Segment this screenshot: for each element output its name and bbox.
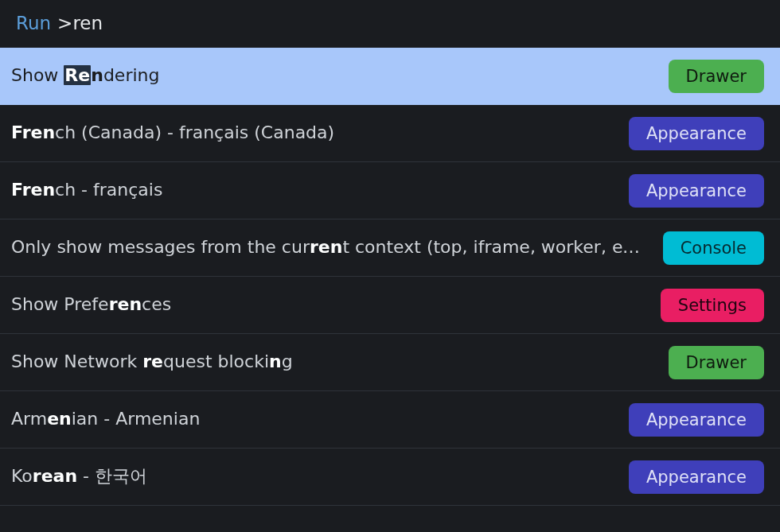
prompt-symbol: > <box>57 13 72 33</box>
search-query[interactable]: ren <box>72 13 103 33</box>
result-item[interactable]: Show RenderingDrawer <box>0 48 780 105</box>
result-label: French (Canada) - français (Canada) <box>11 122 347 145</box>
category-badge: Console <box>663 231 764 265</box>
result-item[interactable]: French (Canada) - français (Canada)Appea… <box>0 105 780 162</box>
result-item[interactable]: Only show messages from the current cont… <box>0 219 780 277</box>
results-list: Show RenderingDrawerFrench (Canada) - fr… <box>0 48 780 506</box>
category-badge: Drawer <box>669 60 764 93</box>
result-label: Only show messages from the current cont… <box>11 236 663 259</box>
result-item[interactable]: Show PreferencesSettings <box>0 277 780 334</box>
result-item[interactable]: Korean - 한국어Appearance <box>0 449 780 506</box>
category-badge: Drawer <box>669 346 764 379</box>
category-badge: Appearance <box>629 117 764 150</box>
category-badge: Appearance <box>629 403 764 437</box>
result-item[interactable]: Armenian - ArmenianAppearance <box>0 391 780 449</box>
run-label: Run <box>16 13 51 33</box>
result-label: Armenian - Armenian <box>11 408 213 431</box>
category-badge: Appearance <box>629 460 764 494</box>
result-label: Korean - 한국어 <box>11 465 160 488</box>
category-badge: Appearance <box>629 174 764 208</box>
result-label: French - français <box>11 179 175 202</box>
result-label: Show Preferences <box>11 293 184 316</box>
result-item[interactable]: French - françaisAppearance <box>0 162 780 219</box>
result-label: Show Network request blocking <box>11 351 306 374</box>
command-header: Run > ren <box>0 0 780 48</box>
result-item[interactable]: Show Network request blockingDrawer <box>0 334 780 391</box>
result-label: Show Rendering <box>11 64 172 87</box>
category-badge: Settings <box>661 289 764 322</box>
